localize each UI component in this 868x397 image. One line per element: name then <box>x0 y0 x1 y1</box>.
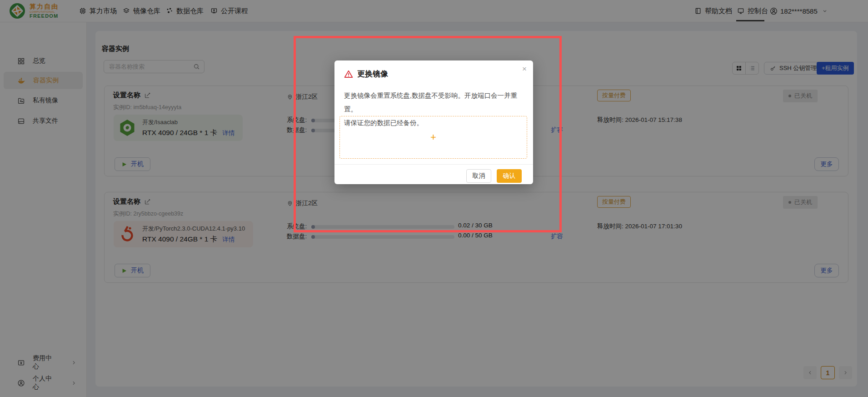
confirm-button[interactable]: 确认 <box>497 169 522 183</box>
app-window: 算力自由 COMPUTATIONAL FREEDOM 算力市场 镜像仓库 数据仓… <box>0 0 868 397</box>
cancel-button[interactable]: 取消 <box>466 169 491 183</box>
change-image-modal: × 更换镜像 更换镜像会重置系统盘,数据盘不受影响。开放端口会一并重置。 请保证… <box>334 60 533 184</box>
modal-title: 更换镜像 <box>357 69 388 79</box>
close-icon[interactable]: × <box>522 65 527 73</box>
image-select-dropzone[interactable]: + <box>339 116 527 159</box>
warning-icon <box>344 70 353 79</box>
plus-icon: + <box>430 131 436 143</box>
modal-title-row: 更换镜像 <box>344 69 388 79</box>
modal-footer-divider <box>334 164 533 165</box>
modal-backdrop <box>0 0 868 397</box>
